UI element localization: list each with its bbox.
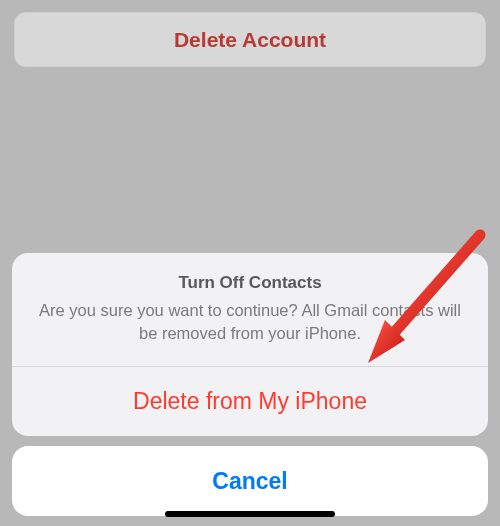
action-sheet-header: Turn Off Contacts Are you sure you want … [12, 253, 488, 366]
action-sheet-title: Turn Off Contacts [36, 273, 464, 293]
action-sheet-description: Are you sure you want to continue? All G… [36, 299, 464, 344]
cancel-button[interactable]: Cancel [12, 446, 488, 516]
action-sheet-card: Turn Off Contacts Are you sure you want … [12, 253, 488, 436]
delete-account-label: Delete Account [174, 28, 326, 52]
action-sheet: Turn Off Contacts Are you sure you want … [0, 253, 500, 526]
delete-from-iphone-label: Delete from My iPhone [133, 388, 367, 415]
delete-account-button[interactable]: Delete Account [14, 12, 486, 67]
home-indicator [165, 511, 335, 517]
delete-from-iphone-button[interactable]: Delete from My iPhone [12, 366, 488, 436]
cancel-label: Cancel [212, 468, 287, 495]
